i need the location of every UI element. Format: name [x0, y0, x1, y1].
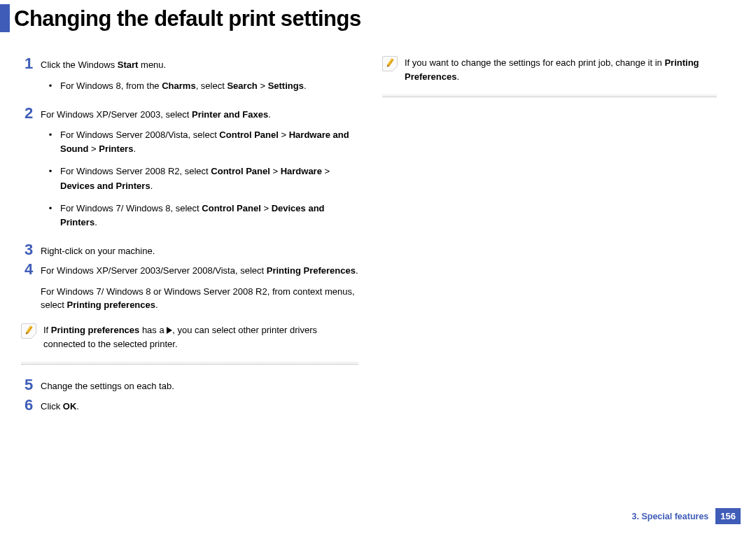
step-number: 5 [17, 377, 41, 393]
step-4: 4 For Windows XP/Server 2003/Server 2008… [17, 262, 358, 312]
t: . [356, 265, 358, 276]
bullet-text: For Windows 7/ Windows 8, select Control… [60, 202, 358, 230]
t: . [76, 401, 79, 412]
bullet: • For Windows 8, from the Charms, select… [41, 79, 358, 93]
step-2: 2 For Windows XP/Server 2003, select Pri… [17, 106, 358, 238]
t: For Windows 8, from the [60, 80, 162, 91]
t: If [43, 325, 51, 335]
t: For Windows 7/ Windows 8, select [60, 203, 202, 213]
t: . [150, 181, 153, 191]
note-icon [21, 323, 36, 339]
note-row: If you want to change the settings for e… [382, 56, 717, 84]
bullet: • For Windows 7/ Windows 8, select Contr… [41, 202, 358, 230]
bullet-text: For Windows Server 2008/Vista, select Co… [60, 128, 358, 156]
t: . [133, 143, 136, 154]
t: . [304, 80, 307, 91]
column-left: 1 Click the Windows Start menu. • For Wi… [0, 56, 367, 417]
t: . [94, 217, 97, 227]
pencil-icon [22, 323, 35, 337]
t: > [258, 80, 268, 91]
paragraph: For Windows 7/ Windows 8 or Windows Serv… [41, 285, 358, 312]
bullets: • For Windows 8, from the Charms, select… [41, 79, 358, 93]
page-title: Changing the default print settings [14, 8, 361, 29]
t: Start [118, 59, 139, 70]
t: Settings [268, 80, 304, 91]
bullets: • For Windows Server 2008/Vista, select … [41, 128, 358, 230]
step-body: Right-click on your machine. [41, 242, 358, 258]
note-text: If Printing preferences has a , you can … [43, 323, 358, 351]
step-number: 1 [17, 56, 41, 71]
paragraph: For Windows XP/Server 2003/Server 2008/V… [41, 264, 358, 278]
t: If you want to change the settings for e… [405, 57, 664, 68]
t: OK [63, 401, 77, 412]
page-footer: 3. Special features 156 [632, 508, 741, 524]
t: . [155, 300, 158, 310]
step-body: For Windows XP/Server 2003, select Print… [41, 106, 358, 238]
note-text: If you want to change the settings for e… [405, 56, 717, 84]
t: has a [139, 325, 167, 335]
text: For Windows XP/Server 2003, select Print… [41, 109, 271, 120]
t: Charms [162, 80, 195, 91]
pencil-icon [383, 56, 396, 69]
step-3: 3 Right-click on your machine. [17, 242, 358, 258]
t: Click the Windows [41, 59, 118, 70]
t: Printing preferences [67, 300, 155, 310]
t: > [322, 166, 330, 176]
content-columns: 1 Click the Windows Start menu. • For Wi… [0, 36, 756, 417]
note-icon [382, 56, 398, 71]
text: Click the Windows Start menu. [41, 59, 166, 70]
t: For Windows Server 2008 R2, select [60, 166, 211, 176]
title-accent [0, 4, 10, 32]
t: Printer and Faxes [192, 109, 268, 120]
bullet-dot: • [41, 164, 60, 178]
t: Control Panel [202, 203, 261, 213]
bullet-text: For Windows Server 2008 R2, select Contr… [60, 164, 358, 192]
step-number: 6 [17, 398, 41, 413]
step-body: Change the settings on each tab. [41, 377, 358, 393]
page-number-badge: 156 [715, 508, 741, 524]
t: Control Panel [219, 129, 279, 140]
title-bar: Changing the default print settings [0, 0, 756, 36]
step-body: Click the Windows Start menu. • For Wind… [41, 56, 358, 101]
step-number: 3 [17, 242, 41, 258]
t: Click [41, 401, 63, 412]
t: > [279, 129, 289, 140]
bullet-text: For Windows 8, from the Charms, select S… [60, 79, 358, 93]
t: > [270, 166, 281, 176]
chapter-label: 3. Special features [632, 512, 709, 521]
t: Devices and Printers [60, 181, 150, 191]
t: menu. [138, 59, 166, 70]
t: > [88, 143, 99, 154]
bullet-dot: • [41, 202, 60, 216]
step-1: 1 Click the Windows Start menu. • For Wi… [17, 56, 358, 101]
t: Control Panel [211, 166, 270, 176]
t: Printers [99, 143, 133, 154]
note-box: If Printing preferences has a , you can … [21, 323, 358, 365]
t: For Windows Server 2008/Vista, select [60, 129, 219, 140]
t: For Windows XP/Server 2003, select [41, 109, 192, 120]
step-5: 5 Change the settings on each tab. [17, 377, 358, 393]
bullet: • For Windows Server 2008/Vista, select … [41, 128, 358, 156]
bullet-dot: • [41, 128, 60, 142]
t: Search [227, 80, 257, 91]
t: , select [196, 80, 227, 91]
column-right: If you want to change the settings for e… [367, 56, 734, 110]
t: For Windows XP/Server 2003/Server 2008/V… [41, 265, 267, 276]
step-number: 4 [17, 262, 41, 277]
t: Printing Preferences [267, 265, 356, 276]
t: > [261, 203, 272, 213]
bullet-dot: • [41, 79, 60, 93]
t: Hardware [281, 166, 322, 176]
t: Printing preferences [51, 325, 139, 335]
step-6: 6 Click OK. [17, 398, 358, 414]
note-row: If Printing preferences has a , you can … [21, 323, 358, 351]
step-body: Click OK. [41, 398, 358, 414]
t: . [268, 109, 271, 120]
step-body: For Windows XP/Server 2003/Server 2008/V… [41, 262, 358, 312]
step-number: 2 [17, 106, 41, 121]
note-box: If you want to change the settings for e… [382, 56, 717, 97]
t: . [456, 71, 459, 82]
bullet: • For Windows Server 2008 R2, select Con… [41, 164, 358, 192]
